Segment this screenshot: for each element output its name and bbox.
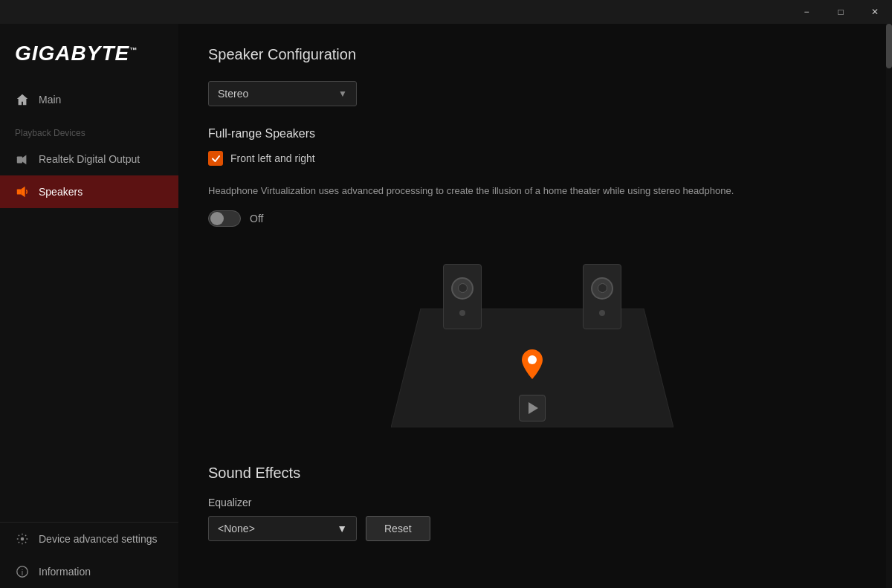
reset-button[interactable]: Reset — [366, 516, 430, 541]
sound-effects-title: Sound Effects — [208, 465, 856, 482]
scrollbar-thumb[interactable] — [886, 24, 892, 68]
dropdown-arrow-icon: ▼ — [338, 88, 347, 99]
close-button[interactable]: ✕ — [858, 0, 892, 24]
information-label: Information — [39, 566, 91, 578]
info-icon: i — [15, 564, 30, 579]
main-content: Speaker Configuration Stereo ▼ Full-rang… — [178, 24, 886, 588]
minimize-button[interactable]: − — [789, 0, 824, 24]
speaker-right-cone — [591, 277, 613, 300]
maximize-button[interactable]: □ — [824, 0, 858, 24]
svg-marker-3 — [21, 187, 25, 197]
main-label: Main — [39, 94, 61, 106]
speaker-left-cone — [451, 277, 474, 300]
svg-rect-0 — [17, 156, 22, 163]
play-icon — [529, 402, 538, 414]
realtek-icon — [15, 152, 30, 167]
settings-icon — [15, 532, 30, 546]
virt-toggle[interactable] — [208, 210, 241, 227]
toggle-thumb — [210, 212, 224, 225]
eq-dropdown-value: <None> — [218, 523, 255, 534]
speakers-label: Speakers — [39, 186, 83, 198]
svg-marker-1 — [22, 155, 26, 165]
front-lr-label: Front left and right — [230, 152, 315, 164]
sidebar-item-speakers[interactable]: Speakers — [0, 175, 178, 208]
logo: GIGABYTE™ — [0, 30, 178, 83]
svg-text:i: i — [22, 568, 23, 577]
sidebar-item-information[interactable]: i Information — [0, 555, 178, 588]
speaker-right-cone-inner — [598, 283, 607, 293]
sidebar: GIGABYTE™ Main Playback Devices Realtek … — [0, 24, 178, 588]
location-pin — [520, 348, 544, 383]
speaker-icon — [15, 184, 30, 199]
play-button[interactable] — [519, 395, 546, 421]
speaker-right[interactable] — [583, 264, 621, 329]
speaker-left-cone-inner — [458, 283, 468, 293]
app-body: GIGABYTE™ Main Playback Devices Realtek … — [0, 24, 892, 588]
scrollbar-track[interactable] — [886, 24, 892, 588]
toggle-off-label: Off — [250, 213, 263, 224]
virt-description: Headphone Virtualization uses advanced p… — [208, 184, 803, 198]
front-lr-checkbox[interactable] — [208, 151, 223, 166]
stereo-dropdown[interactable]: Stereo ▼ — [208, 81, 357, 106]
equalizer-label: Equalizer — [208, 497, 856, 508]
sidebar-item-realtek[interactable]: Realtek Digital Output — [0, 143, 178, 175]
playback-devices-label: Playback Devices — [0, 116, 178, 143]
realtek-label: Realtek Digital Output — [39, 153, 140, 165]
full-range-checkbox-row: Front left and right — [208, 151, 856, 166]
eq-dropdown-arrow-icon: ▼ — [337, 523, 347, 534]
dropdown-value: Stereo — [218, 88, 248, 100]
svg-point-8 — [528, 355, 537, 364]
full-range-title: Full-range Speakers — [208, 127, 856, 140]
equalizer-row: <None> ▼ Reset — [208, 516, 856, 541]
speaker-config-title: Speaker Configuration — [208, 46, 856, 63]
eq-dropdown[interactable]: <None> ▼ — [208, 516, 357, 541]
svg-point-4 — [21, 537, 25, 541]
titlebar: − □ ✕ — [0, 0, 892, 24]
home-icon — [15, 92, 30, 107]
speaker-visualization — [384, 249, 681, 442]
sidebar-bottom: Device advanced settings i Information — [0, 522, 178, 588]
virt-toggle-row: Off — [208, 210, 856, 227]
speaker-left[interactable] — [443, 264, 482, 329]
speaker-right-dot — [599, 310, 605, 316]
sidebar-item-main[interactable]: Main — [0, 83, 178, 116]
device-settings-label: Device advanced settings — [39, 533, 158, 545]
sidebar-item-device-settings[interactable]: Device advanced settings — [0, 523, 178, 555]
speaker-left-dot — [459, 310, 465, 316]
svg-rect-2 — [17, 189, 21, 194]
